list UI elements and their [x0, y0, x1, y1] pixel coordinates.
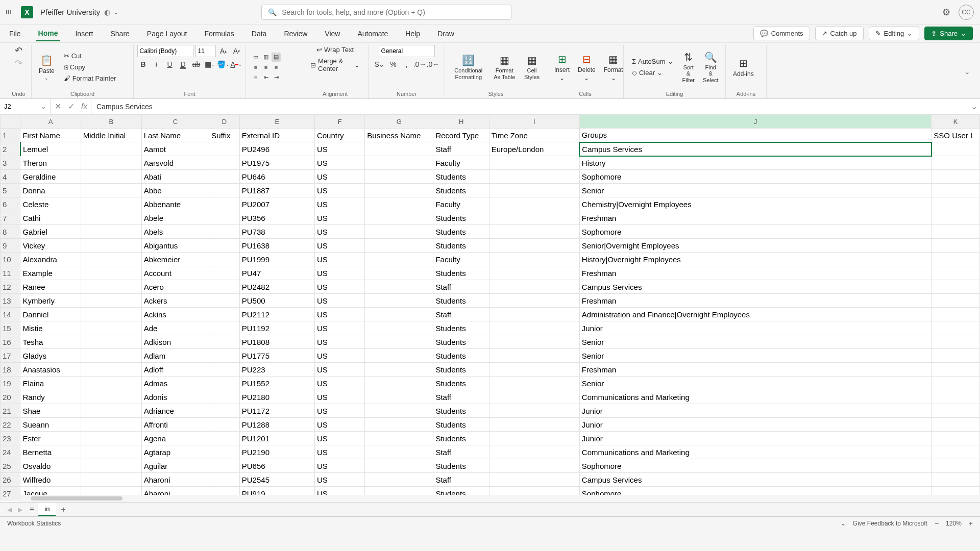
cell-D2[interactable] — [209, 142, 239, 156]
cell-H21[interactable]: Students — [433, 404, 489, 418]
col-header-A[interactable]: A — [20, 115, 81, 129]
zoom-out-button[interactable]: − — [935, 519, 939, 528]
cell-I8[interactable] — [489, 225, 579, 239]
cell-K7[interactable] — [932, 211, 980, 225]
cell-A20[interactable]: Randy — [20, 390, 81, 404]
cell-A15[interactable]: Mistie — [20, 321, 81, 335]
cell-F14[interactable]: US — [314, 308, 364, 321]
cell-D3[interactable] — [209, 156, 239, 170]
cell-A17[interactable]: Gladys — [20, 349, 81, 363]
cell-J22[interactable]: Junior — [579, 418, 932, 432]
cell-D1[interactable]: Suffix — [209, 129, 239, 142]
cell-I16[interactable] — [489, 335, 579, 349]
cell-G3[interactable] — [365, 156, 433, 170]
increase-font-button[interactable]: A▴ — [218, 45, 229, 57]
cell-F12[interactable]: US — [314, 280, 364, 294]
cell-G8[interactable] — [365, 225, 433, 239]
cell-B12[interactable] — [81, 280, 141, 294]
add-sheet-button[interactable]: + — [56, 505, 70, 514]
row-header-23[interactable]: 23 — [1, 432, 20, 445]
cell-K5[interactable] — [932, 184, 980, 197]
cell-E19[interactable]: PU1552 — [239, 377, 314, 390]
app-launcher-icon[interactable] — [6, 10, 11, 14]
row-header-12[interactable]: 12 — [1, 280, 20, 294]
cell-A23[interactable]: Ester — [20, 432, 81, 445]
row-header-8[interactable]: 8 — [1, 225, 20, 239]
cell-C5[interactable]: Abbe — [141, 184, 209, 197]
cell-G9[interactable] — [365, 239, 433, 253]
cell-H8[interactable]: Students — [433, 225, 489, 239]
underline-button[interactable]: U — [164, 59, 176, 70]
cell-C11[interactable]: Account — [141, 266, 209, 280]
cell-K4[interactable] — [932, 170, 980, 184]
zoom-in-button[interactable]: + — [969, 519, 973, 528]
find-select-button[interactable]: 🔍Find & Select — [701, 49, 721, 85]
cell-E4[interactable]: PU646 — [239, 170, 314, 184]
insert-cells-button[interactable]: ⊞Insert⌄ — [552, 51, 572, 84]
cell-F6[interactable]: US — [314, 197, 364, 211]
view-normal[interactable]: ▭ — [251, 53, 260, 62]
cell-B26[interactable] — [81, 473, 141, 487]
align-middle[interactable]: ≡ — [261, 63, 271, 72]
cell-A16[interactable]: Tesha — [20, 335, 81, 349]
row-header-2[interactable]: 2 — [1, 142, 20, 156]
cell-G26[interactable] — [365, 473, 433, 487]
row-header-14[interactable]: 14 — [1, 308, 20, 321]
cell-F21[interactable]: US — [314, 404, 364, 418]
cell-A5[interactable]: Donna — [20, 184, 81, 197]
doc-title-dropdown[interactable]: ◐ ⌄ — [104, 8, 118, 16]
cell-C6[interactable]: Abbenante — [141, 197, 209, 211]
cell-G12[interactable] — [365, 280, 433, 294]
cell-E12[interactable]: PU2482 — [239, 280, 314, 294]
cell-A6[interactable]: Celeste — [20, 197, 81, 211]
cell-F19[interactable]: US — [314, 377, 364, 390]
cell-D23[interactable] — [209, 432, 239, 445]
cell-A25[interactable]: Osvaldo — [20, 459, 81, 473]
name-box-dropdown-icon[interactable]: ⌄ — [41, 103, 46, 110]
cell-K15[interactable] — [932, 321, 980, 335]
name-box[interactable]: J2⌄ — [0, 99, 51, 114]
cell-J16[interactable]: Senior — [579, 335, 932, 349]
cell-I4[interactable] — [489, 170, 579, 184]
cell-J15[interactable]: Junior — [579, 321, 932, 335]
cell-H20[interactable]: Staff — [433, 390, 489, 404]
cell-E21[interactable]: PU1172 — [239, 404, 314, 418]
copy-button[interactable]: ⎘Copy — [61, 62, 119, 72]
row-header-27[interactable]: 27 — [1, 487, 20, 500]
cell-J1[interactable]: Groups — [579, 129, 932, 142]
cell-D19[interactable] — [209, 377, 239, 390]
document-title[interactable]: Pfeiffer University — [40, 8, 100, 16]
format-cells-button[interactable]: ▦Format⌄ — [602, 51, 625, 84]
cell-C12[interactable]: Acero — [141, 280, 209, 294]
redo-button[interactable]: ↷ — [13, 58, 24, 69]
feedback-link[interactable]: Give Feedback to Microsoft — [853, 520, 927, 527]
cell-G10[interactable] — [365, 253, 433, 266]
cell-A19[interactable]: Elaina — [20, 377, 81, 390]
cell-F15[interactable]: US — [314, 321, 364, 335]
cell-K20[interactable] — [932, 390, 980, 404]
cell-D25[interactable] — [209, 459, 239, 473]
format-as-table-button[interactable]: ▦Format As Table — [491, 52, 519, 82]
cell-H12[interactable]: Staff — [433, 280, 489, 294]
cell-F25[interactable]: US — [314, 459, 364, 473]
cell-A10[interactable]: Alexandra — [20, 253, 81, 266]
decrease-font-button[interactable]: A▾ — [231, 45, 242, 57]
status-dropdown[interactable]: ⌄ — [841, 520, 846, 527]
cell-C26[interactable]: Aharoni — [141, 473, 209, 487]
cell-H5[interactable]: Students — [433, 184, 489, 197]
cell-J23[interactable]: Junior — [579, 432, 932, 445]
cut-button[interactable]: ✂Cut — [61, 51, 119, 61]
row-header-24[interactable]: 24 — [1, 445, 20, 459]
cell-G23[interactable] — [365, 432, 433, 445]
cell-K14[interactable] — [932, 308, 980, 321]
cell-H19[interactable]: Students — [433, 377, 489, 390]
menu-automate[interactable]: Automate — [355, 27, 390, 41]
cell-K11[interactable] — [932, 266, 980, 280]
cell-J3[interactable]: History — [579, 156, 932, 170]
col-header-C[interactable]: C — [141, 115, 209, 129]
formula-bar-expand[interactable]: ⌄ — [968, 102, 980, 111]
cell-E23[interactable]: PU1201 — [239, 432, 314, 445]
cell-K24[interactable] — [932, 445, 980, 459]
cell-F7[interactable]: US — [314, 211, 364, 225]
cell-K18[interactable] — [932, 363, 980, 377]
